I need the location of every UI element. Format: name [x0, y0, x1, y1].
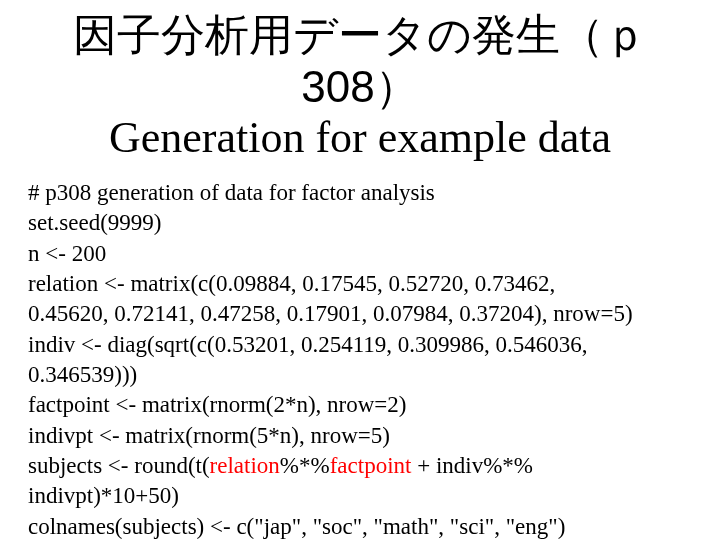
code-line: 0.346539))) — [28, 360, 692, 390]
slide: 因子分析用データの発生（ｐ308） Generation for example… — [0, 0, 720, 540]
title-line-jp: 因子分析用データの発生（ｐ308） — [73, 10, 648, 111]
code-text: %*% — [280, 453, 330, 478]
code-line: subjects <- round(t(relation%*%factpoint… — [28, 451, 692, 481]
code-line: n <- 200 — [28, 239, 692, 269]
code-line: colnames(subjects) <- c("jap", "soc", "m… — [28, 512, 692, 540]
code-line: indivpt <- matrix(rnorm(5*n), nrow=5) — [28, 421, 692, 451]
code-line: set.seed(9999) — [28, 208, 692, 238]
title-line-en: Generation for example data — [109, 113, 611, 162]
code-text: subjects <- round(t( — [28, 453, 210, 478]
code-line: indivpt)*10+50) — [28, 481, 692, 511]
code-block: # p308 generation of data for factor ana… — [28, 178, 692, 540]
code-line: indiv <- diag(sqrt(c(0.53201, 0.254119, … — [28, 330, 692, 360]
code-line: relation <- matrix(c(0.09884, 0.17545, 0… — [28, 269, 692, 299]
slide-title: 因子分析用データの発生（ｐ308） Generation for example… — [28, 10, 692, 164]
code-text: + indiv%*% — [411, 453, 533, 478]
code-line: # p308 generation of data for factor ana… — [28, 178, 692, 208]
code-line: 0.45620, 0.72141, 0.47258, 0.17901, 0.07… — [28, 299, 692, 329]
code-var-relation: relation — [210, 453, 280, 478]
code-var-factpoint: factpoint — [330, 453, 412, 478]
code-line: factpoint <- matrix(rnorm(2*n), nrow=2) — [28, 390, 692, 420]
